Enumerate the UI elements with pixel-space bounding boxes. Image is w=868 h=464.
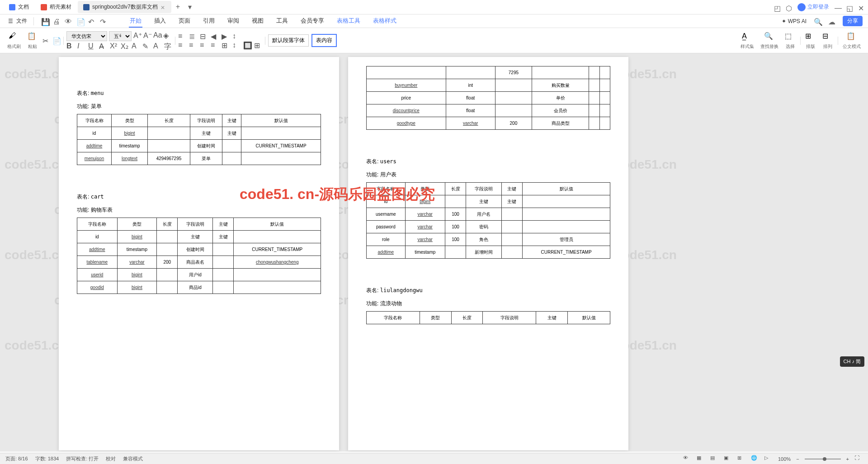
para-style-content[interactable]: 表内容 xyxy=(311,34,337,47)
tab-view[interactable]: 视图 xyxy=(251,15,264,28)
search-icon[interactable]: 🔍 xyxy=(814,18,821,25)
tab-springboot-doc[interactable]: springboot2dlv7数据库文档 ✕ xyxy=(78,1,171,13)
users-table[interactable]: 字段名称类型长度字段说明主键默认值 idbigint主键主键 usernamev… xyxy=(366,182,610,259)
copy-icon[interactable]: 📄 xyxy=(52,37,61,45)
table-row[interactable]: usernamevarchar100用户名 xyxy=(367,208,610,221)
wps-ai-button[interactable]: ✦ WPS AI xyxy=(782,18,807,24)
multilevel-icon[interactable]: ⊟ xyxy=(200,32,208,40)
para-style-default[interactable]: 默认段落字体 xyxy=(268,34,309,47)
arrange-group[interactable]: ⊞ 排版 xyxy=(803,32,818,50)
find-replace-group[interactable]: 🔍 查找替换 xyxy=(759,32,780,50)
tab-table-style[interactable]: 表格样式 xyxy=(372,15,397,28)
table-row[interactable]: pricefloat单价 xyxy=(367,92,610,104)
table-row[interactable]: discountpricefloat会员价 xyxy=(367,104,610,117)
share-button[interactable]: 分享 xyxy=(843,16,863,26)
tab-menu-button[interactable]: ▾ xyxy=(184,1,195,13)
language-badge[interactable]: CH ♪ 简 xyxy=(840,356,865,367)
zoom-in-button[interactable]: + xyxy=(846,456,849,462)
eye-icon[interactable]: 👁 xyxy=(683,455,691,463)
shading-icon[interactable]: 🔲 xyxy=(243,41,251,49)
distribute-icon[interactable]: ⊞ xyxy=(222,41,230,49)
view-mode-3-icon[interactable]: ▣ xyxy=(724,455,732,463)
cube-icon[interactable]: ⬡ xyxy=(786,4,792,10)
numbering-icon[interactable]: ≣ xyxy=(189,32,197,40)
table-row[interactable]: buynumberint购买数量 xyxy=(367,79,610,92)
proof-status[interactable]: 校对 xyxy=(106,455,116,462)
table-row[interactable]: 7295 xyxy=(367,66,610,79)
underline-icon[interactable]: U xyxy=(88,42,96,50)
size-select[interactable]: 五号 xyxy=(109,31,132,41)
preview-icon[interactable]: 👁 xyxy=(65,18,72,25)
save-icon[interactable]: 💾 xyxy=(41,18,48,25)
table-row[interactable]: idbigint主键主键 xyxy=(77,127,321,140)
liulang-table[interactable]: 字段名称类型长度字段说明主键默认值 xyxy=(366,311,610,324)
tab-insert[interactable]: 插入 xyxy=(153,15,167,28)
cut-icon[interactable]: ✂ xyxy=(42,37,51,45)
zoom-slider[interactable] xyxy=(805,459,841,459)
tab-member[interactable]: 会员专享 xyxy=(300,15,325,28)
align-center-icon[interactable]: ≡ xyxy=(189,41,197,49)
tab-tools[interactable]: 工具 xyxy=(275,15,289,28)
tab-reference[interactable]: 引用 xyxy=(202,15,216,28)
globe-icon[interactable]: 🌐 xyxy=(751,455,759,463)
select-group[interactable]: ⬚ 选择 xyxy=(783,32,797,50)
file-menu[interactable]: ☰ 文件 xyxy=(5,16,30,26)
page-count[interactable]: 页面: 8/16 xyxy=(5,455,28,462)
highlight-icon[interactable]: ✎ xyxy=(142,42,151,50)
decrease-font-icon[interactable]: A⁻ xyxy=(143,31,151,39)
increase-indent-icon[interactable]: ▶ xyxy=(222,32,230,40)
table-row[interactable]: goodidbigint商品id xyxy=(77,281,321,294)
increase-font-icon[interactable]: A⁺ xyxy=(133,31,142,39)
table-row[interactable]: addtimetimestamp创建时间CURRENT_TIMESTAMP xyxy=(77,243,321,256)
sort-icon[interactable]: ↕ xyxy=(232,32,241,40)
format-painter-group[interactable]: 🖌 格式刷 xyxy=(5,32,23,50)
table-row[interactable]: rolevarchar100角色管理员 xyxy=(367,233,610,246)
cart-table[interactable]: 字段名称类型长度字段说明主键默认值 idbigint主键主键 addtimeti… xyxy=(77,218,321,294)
spell-check-status[interactable]: 拼写检查: 打开 xyxy=(66,455,99,462)
zoom-thumb[interactable] xyxy=(823,457,826,461)
app-icon[interactable]: ◰ xyxy=(774,4,780,10)
italic-icon[interactable]: I xyxy=(77,42,85,50)
redo-icon[interactable]: ↷ xyxy=(100,18,107,25)
table-row[interactable]: idbigint主键主键 xyxy=(367,195,610,208)
tab-table-tools[interactable]: 表格工具 xyxy=(336,15,361,28)
compat-mode[interactable]: 兼容模式 xyxy=(123,455,143,462)
minimize-button[interactable]: — xyxy=(835,4,841,10)
tab-daoke[interactable]: 稻壳素材 xyxy=(35,1,77,13)
justify-icon[interactable]: ≡ xyxy=(211,41,219,49)
styles-group[interactable]: A̲ 样式集 xyxy=(739,32,756,50)
table-row[interactable]: useridbigint用户id xyxy=(77,269,321,281)
decrease-indent-icon[interactable]: ◀ xyxy=(211,32,219,40)
add-tab-button[interactable]: + xyxy=(172,1,184,13)
view-mode-1-icon[interactable]: ▦ xyxy=(697,455,705,463)
view-mode-2-icon[interactable]: ▤ xyxy=(710,455,718,463)
table-row[interactable]: menujsonlongtext4294967295菜单 xyxy=(77,152,321,165)
bullets-icon[interactable]: ≡ xyxy=(178,32,186,40)
paste-group[interactable]: 📋 粘贴 xyxy=(25,32,40,50)
maximize-button[interactable]: ◱ xyxy=(846,4,853,10)
table-row[interactable]: tablenamevarchar200商品表名chongwushangcheng xyxy=(77,256,321,269)
tab-documents[interactable]: 文档 xyxy=(4,1,34,13)
superscript-icon[interactable]: X² xyxy=(110,42,118,50)
align-left-icon[interactable]: ≡ xyxy=(178,41,186,49)
bold-icon[interactable]: B xyxy=(66,42,75,50)
subscript-icon[interactable]: X₂ xyxy=(121,42,129,50)
triangle-icon[interactable]: ▷ xyxy=(764,455,773,463)
cloud-icon[interactable]: ☁ xyxy=(828,18,835,25)
clear-format-icon[interactable]: ◈ xyxy=(163,31,171,39)
table-row[interactable]: addtimetimestamp新增时间CURRENT_TIMESTAMP xyxy=(367,246,610,259)
table-row[interactable]: passwordvarchar100密码 xyxy=(367,221,610,233)
word-count[interactable]: 字数: 1834 xyxy=(35,455,59,462)
line-spacing-icon[interactable]: ↕ xyxy=(232,41,241,49)
tab-page[interactable]: 页面 xyxy=(178,15,191,28)
tab-start[interactable]: 开始 xyxy=(129,15,142,28)
doc-mode-group[interactable]: 📋 公文模式 xyxy=(841,32,863,50)
table-row[interactable]: goodtypevarchar200商品类型 xyxy=(367,117,610,130)
menu-table[interactable]: 字段名称 类型 长度 字段说明 主键 默认值 idbigint主键主键 addt… xyxy=(77,114,321,165)
change-case-icon[interactable]: Aa xyxy=(153,31,161,39)
undo-icon[interactable]: ↶ xyxy=(88,18,95,25)
align-right-icon[interactable]: ≡ xyxy=(200,41,208,49)
top-table[interactable]: 7295 buynumberint购买数量 pricefloat单价 disco… xyxy=(366,66,610,130)
print-icon[interactable]: 🖨 xyxy=(53,18,60,25)
table-row[interactable]: addtimetimestamp创建时间CURRENT_TIMESTAMP xyxy=(77,140,321,152)
